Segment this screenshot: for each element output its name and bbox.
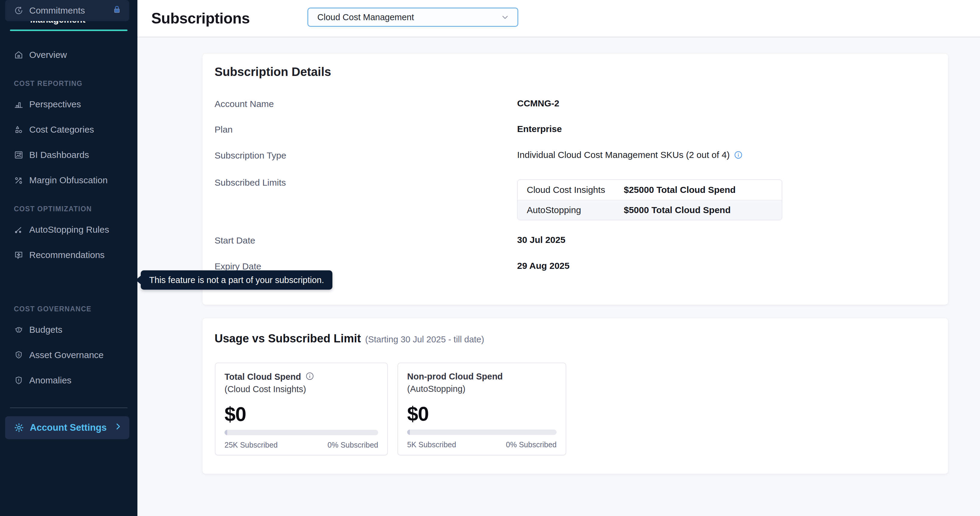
svg-text:$: $ — [18, 353, 20, 357]
sidebar-item-overview[interactable]: Overview — [0, 45, 137, 65]
usage-tile-nonprod-cloud-spend: Non-prod Cloud Spend (AutoStopping) $0 5… — [398, 363, 566, 455]
commitments-clock-icon — [14, 6, 24, 15]
subscribed-percent-label: 0% Subscribed — [506, 440, 557, 449]
sidebar-item-label: Budgets — [29, 325, 62, 335]
home-icon — [14, 50, 24, 60]
usage-progress-fill — [407, 430, 410, 435]
lock-icon — [112, 5, 121, 16]
tile-subtitle: (Cloud Cost Insights) — [224, 384, 378, 394]
chevron-down-icon — [501, 13, 509, 22]
subscribed-amount-label: 5K Subscribed — [407, 440, 456, 449]
tooltip-text: This feature is not a part of your subsc… — [149, 275, 324, 285]
sidebar-item-asset-governance[interactable]: $ Asset Governance — [0, 345, 137, 365]
subscription-type-value: Individual Cloud Cost Management SKUs (2… — [517, 150, 743, 162]
sidebar-item-recommendations[interactable]: Recommendations — [0, 245, 137, 265]
table-row: AutoStopping $5000 Total Cloud Spend — [518, 200, 782, 220]
subscription-details-card: Subscription Details Account Name CCMNG-… — [202, 54, 948, 305]
tile-amount: $0 — [407, 402, 557, 425]
plan-label: Plan — [215, 124, 233, 135]
expiry-date-value: 29 Aug 2025 — [517, 261, 570, 271]
page-title: Subscriptions — [151, 10, 250, 27]
usage-progress-fill — [224, 430, 227, 435]
sidebar-item-margin-obfuscation[interactable]: Margin Obfuscation — [0, 170, 137, 191]
logo-accent-divider — [10, 30, 127, 31]
sidebar: $ Cloud Cost Management Overview COST RE… — [0, 0, 137, 516]
info-icon[interactable] — [305, 372, 314, 382]
sidebar-item-autostopping-rules[interactable]: AutoStopping Rules — [0, 220, 137, 240]
sku-name: AutoStopping — [518, 205, 624, 215]
subscription-details-title: Subscription Details — [215, 65, 331, 79]
subscription-type-label: Subscription Type — [215, 150, 286, 161]
tile-title: Total Cloud Spend — [224, 372, 301, 382]
sidebar-item-label: Account Settings — [30, 422, 107, 433]
subscribed-limits-label: Subscribed Limits — [215, 178, 286, 188]
sidebar-item-account-settings[interactable]: Account Settings — [5, 416, 129, 439]
sku-limit: $25000 Total Cloud Spend — [624, 185, 736, 195]
piggy-bank-icon: $ — [14, 325, 24, 334]
usage-title: Usage vs Subscribed Limit — [215, 332, 361, 345]
tile-subtitle: (AutoStopping) — [407, 384, 557, 394]
sidebar-divider — [10, 408, 127, 408]
app-window: $ Cloud Cost Management Overview COST RE… — [0, 0, 980, 516]
sidebar-item-label: Commitments — [29, 5, 85, 16]
gear-icon — [14, 422, 24, 433]
account-name-value: CCMNG-2 — [517, 98, 559, 108]
shapes-icon — [14, 125, 24, 134]
sidebar-item-commitments[interactable]: Commitments — [5, 0, 129, 21]
plan-value: Enterprise — [517, 124, 562, 134]
usage-progress-bar — [224, 430, 378, 435]
subscribed-percent-label: 0% Subscribed — [328, 441, 378, 449]
svg-text:$: $ — [18, 328, 19, 331]
usage-progress-bar — [407, 430, 557, 435]
sidebar-item-cost-categories[interactable]: Cost Categories — [0, 119, 137, 140]
info-icon-blue[interactable] — [734, 151, 743, 161]
tile-amount: $0 — [224, 403, 378, 425]
usage-card: Usage vs Subscribed Limit (Starting 30 J… — [202, 318, 948, 474]
sidebar-item-label: Margin Obfuscation — [29, 175, 108, 185]
sidebar-item-label: AutoStopping Rules — [29, 225, 109, 235]
subscription-tooltip: This feature is not a part of your subsc… — [141, 270, 332, 290]
module-select-dropdown[interactable]: Cloud Cost Management — [307, 8, 518, 27]
sku-name: Cloud Cost Insights — [518, 185, 624, 195]
table-row: Cloud Cost Insights $25000 Total Cloud S… — [518, 180, 782, 200]
dashboard-image-icon — [14, 150, 24, 160]
page-header: Subscriptions Cloud Cost Management — [137, 0, 980, 37]
sidebar-item-label: Recommendations — [29, 250, 105, 260]
sidebar-item-budgets[interactable]: $ Budgets — [0, 320, 137, 340]
sidebar-item-label: Perspectives — [29, 99, 81, 110]
usage-title-row: Usage vs Subscribed Limit (Starting 30 J… — [215, 332, 484, 345]
usage-tile-total-cloud-spend: Total Cloud Spend (Cloud Cost Insights) … — [215, 363, 388, 455]
shield-dollar-icon: $ — [14, 350, 24, 360]
sidebar-item-anomalies[interactable]: Anomalies — [0, 370, 137, 391]
subscribed-amount-label: 25K Subscribed — [224, 441, 278, 449]
bar-chart-icon — [14, 99, 24, 109]
recommendation-sparkle-icon — [14, 250, 24, 260]
sidebar-item-label: Anomalies — [29, 375, 72, 385]
module-select-value: Cloud Cost Management — [317, 12, 501, 22]
shield-alert-icon — [14, 376, 24, 385]
autostopping-icon — [14, 225, 24, 234]
sidebar-section-cost-optimization: COST OPTIMIZATION — [14, 205, 92, 213]
expiry-date-label: Expiry Date — [215, 261, 261, 272]
start-date-label: Start Date — [215, 236, 255, 246]
chevron-right-icon — [114, 422, 123, 433]
account-name-label: Account Name — [215, 99, 274, 109]
percent-trend-icon — [14, 175, 24, 185]
sidebar-item-label: Overview — [29, 50, 67, 60]
sidebar-section-cost-reporting: COST REPORTING — [14, 80, 83, 88]
tile-title: Non-prod Cloud Spend — [407, 372, 503, 382]
start-date-value: 30 Jul 2025 — [517, 235, 565, 245]
sidebar-item-label: Cost Categories — [29, 124, 94, 135]
sidebar-item-perspectives[interactable]: Perspectives — [0, 94, 137, 115]
usage-subtitle: (Starting 30 Jul 2025 - till date) — [365, 334, 484, 344]
sidebar-section-cost-governance: COST GOVERNANCE — [14, 305, 92, 313]
subscribed-limits-table: Cloud Cost Insights $25000 Total Cloud S… — [517, 179, 782, 220]
sidebar-item-label: BI Dashboards — [29, 150, 89, 160]
sku-limit: $5000 Total Cloud Spend — [624, 205, 731, 215]
sidebar-item-bi-dashboards[interactable]: BI Dashboards — [0, 145, 137, 165]
sidebar-item-label: Asset Governance — [29, 350, 103, 360]
